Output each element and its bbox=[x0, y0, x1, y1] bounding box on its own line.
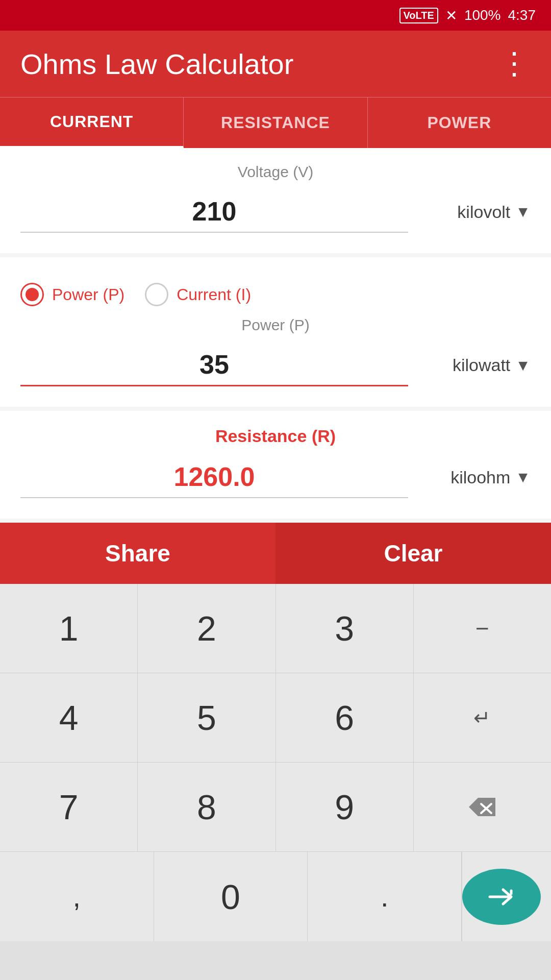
key-9[interactable]: 9 bbox=[276, 763, 414, 851]
result-unit-label: kiloohm bbox=[450, 468, 510, 487]
result-input-row: kiloohm ▼ bbox=[20, 456, 531, 498]
radio-current-circle bbox=[145, 283, 168, 306]
time-indicator: 4:37 bbox=[508, 7, 536, 23]
radio-power-circle bbox=[20, 283, 44, 306]
key-enter[interactable] bbox=[462, 869, 541, 925]
app-title: Ohms Law Calculator bbox=[20, 47, 293, 81]
key-1[interactable]: 1 bbox=[0, 584, 138, 673]
power-card: Power (P) Current (I) Power (P) kilowatt… bbox=[0, 257, 551, 407]
voltage-dropdown-arrow: ▼ bbox=[515, 203, 531, 220]
key-4[interactable]: 4 bbox=[0, 673, 138, 762]
result-unit-dropdown[interactable]: kiloohm ▼ bbox=[418, 468, 531, 487]
key-return[interactable]: ↵ bbox=[414, 673, 551, 762]
tab-power[interactable]: POWER bbox=[368, 97, 551, 148]
key-backspace[interactable] bbox=[414, 763, 551, 851]
result-label: Resistance (R) bbox=[20, 426, 531, 446]
key-6[interactable]: 6 bbox=[276, 673, 414, 762]
radio-power-inner bbox=[26, 288, 39, 301]
radio-current-label: Current (I) bbox=[177, 285, 251, 304]
key-dot[interactable]: . bbox=[308, 852, 462, 941]
action-buttons: Share Clear bbox=[0, 523, 551, 584]
voltage-label: Voltage (V) bbox=[20, 163, 531, 181]
voltage-card: Voltage (V) kilovolt ▼ bbox=[0, 148, 551, 253]
result-dropdown-arrow: ▼ bbox=[515, 469, 531, 486]
power-label: Power (P) bbox=[20, 316, 531, 334]
key-0[interactable]: 0 bbox=[154, 852, 308, 941]
signal-indicator: ✕ bbox=[445, 7, 457, 24]
power-unit-dropdown[interactable]: kilowatt ▼ bbox=[418, 355, 531, 375]
key-5[interactable]: 5 bbox=[138, 673, 276, 762]
voltage-input-row: kilovolt ▼ bbox=[20, 191, 531, 233]
power-dropdown-arrow: ▼ bbox=[515, 357, 531, 374]
keyboard-row-2: 4 5 6 ↵ bbox=[0, 673, 551, 763]
status-bar: VoLTE ✕ 100% 4:37 bbox=[0, 0, 551, 31]
key-comma[interactable]: , bbox=[0, 852, 154, 941]
voltage-unit-label: kilovolt bbox=[457, 202, 510, 222]
tab-resistance[interactable]: RESISTANCE bbox=[184, 97, 367, 148]
power-input[interactable] bbox=[20, 344, 408, 386]
enter-wrapper bbox=[462, 852, 551, 941]
keyboard-row-4: , 0 . bbox=[0, 852, 551, 941]
key-7[interactable]: 7 bbox=[0, 763, 138, 851]
voltage-input[interactable] bbox=[20, 191, 408, 233]
power-input-row: kilowatt ▼ bbox=[20, 344, 531, 386]
radio-power-label: Power (P) bbox=[52, 285, 124, 304]
clear-button[interactable]: Clear bbox=[276, 523, 551, 584]
radio-current[interactable]: Current (I) bbox=[145, 283, 251, 306]
result-card: Resistance (R) kiloohm ▼ bbox=[0, 411, 551, 519]
voltage-unit-dropdown[interactable]: kilovolt ▼ bbox=[418, 202, 531, 222]
result-input bbox=[20, 456, 408, 498]
key-minus[interactable]: − bbox=[414, 584, 551, 673]
radio-power[interactable]: Power (P) bbox=[20, 283, 124, 306]
main-content: Voltage (V) kilovolt ▼ Power (P) Current… bbox=[0, 148, 551, 941]
keyboard-row-3: 7 8 9 bbox=[0, 763, 551, 852]
app-bar: Ohms Law Calculator ⋮ bbox=[0, 31, 551, 97]
tab-current[interactable]: CURRENT bbox=[0, 97, 184, 148]
volte-indicator: VoLTE bbox=[399, 8, 438, 23]
key-8[interactable]: 8 bbox=[138, 763, 276, 851]
keyboard-row-1: 1 2 3 − bbox=[0, 584, 551, 673]
menu-button[interactable]: ⋮ bbox=[499, 48, 531, 79]
key-2[interactable]: 2 bbox=[138, 584, 276, 673]
radio-row: Power (P) Current (I) bbox=[20, 283, 531, 306]
key-3[interactable]: 3 bbox=[276, 584, 414, 673]
numeric-keyboard: 1 2 3 − 4 5 6 ↵ 7 8 9 , bbox=[0, 584, 551, 941]
status-icons: VoLTE ✕ 100% 4:37 bbox=[399, 7, 536, 24]
tab-bar: CURRENT RESISTANCE POWER bbox=[0, 97, 551, 148]
power-unit-label: kilowatt bbox=[453, 355, 510, 375]
share-button[interactable]: Share bbox=[0, 523, 276, 584]
battery-indicator: 100% bbox=[464, 7, 501, 23]
